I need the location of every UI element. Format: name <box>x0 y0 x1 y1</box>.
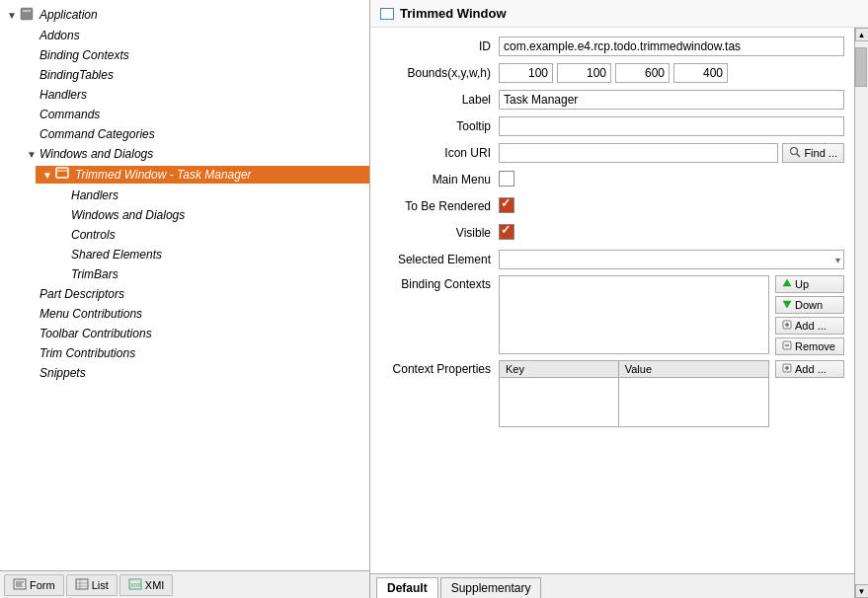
window-icon-selected <box>55 167 71 183</box>
tree-label-trimmed-window: Trimmed Window - Task Manager <box>75 168 252 182</box>
scroll-up-button[interactable]: ▲ <box>855 28 869 41</box>
tree-item-menu-contributions[interactable]: Menu Contributions <box>0 304 369 324</box>
left-panel: ▼ Application Addons <box>0 0 370 598</box>
add-button-1[interactable]: Add ... <box>775 317 844 335</box>
tree-item-part-descriptors[interactable]: Part Descriptors <box>0 284 369 304</box>
bounds-control <box>499 63 844 83</box>
tree-item-windows-dialogs[interactable]: ▼ Windows and Dialogs <box>0 144 369 164</box>
label-input[interactable] <box>499 90 844 110</box>
visible-checkbox[interactable] <box>499 224 514 240</box>
visible-row: Visible <box>380 222 844 244</box>
tree-item-commands[interactable]: Commands <box>0 105 369 124</box>
xmi-tab-label: XMI <box>145 579 165 591</box>
app-icon <box>20 7 36 23</box>
to-be-rendered-checkbox[interactable] <box>499 197 514 213</box>
tooltip-input[interactable] <box>499 116 844 136</box>
scroll-down-button[interactable]: ▼ <box>855 584 869 598</box>
up-button[interactable]: Up <box>775 275 844 293</box>
binding-contexts-row: Binding Contexts Up <box>380 275 844 355</box>
tooltip-row: Tooltip <box>380 115 844 137</box>
id-input[interactable] <box>499 37 844 56</box>
tree-item-addons[interactable]: Addons <box>0 26 369 45</box>
add-button-2[interactable]: Add ... <box>775 360 844 378</box>
icon-uri-label: Icon URI <box>380 146 499 160</box>
main-area: ▼ Application Addons <box>0 0 868 598</box>
cp-key-header: Key <box>500 361 619 378</box>
main-menu-row: Main Menu <box>380 169 844 190</box>
tree-item-tw-trimbars[interactable]: TrimBars <box>0 264 369 284</box>
tab-list[interactable]: List <box>66 574 118 596</box>
tree-item-application[interactable]: ▼ Application <box>0 4 369 26</box>
svg-rect-2 <box>56 168 68 178</box>
tree-label-tw-controls: Controls <box>71 228 116 242</box>
to-be-rendered-control <box>499 197 844 216</box>
svg-rect-1 <box>23 10 31 12</box>
tooltip-label: Tooltip <box>380 119 499 133</box>
tree-label-commands: Commands <box>39 108 100 121</box>
up-button-label: Up <box>795 278 809 290</box>
remove-button[interactable]: Remove <box>775 337 844 355</box>
tree-item-trim-contributions[interactable]: Trim Contributions <box>0 343 369 363</box>
selected-element-select[interactable] <box>499 250 844 269</box>
tree-label-tw-shared: Shared Elements <box>71 248 162 262</box>
bounds-y-input[interactable] <box>557 63 611 83</box>
icon-uri-control: Find ... <box>499 143 844 163</box>
main-menu-checkbox[interactable] <box>499 171 514 187</box>
form-tab-label: Form <box>30 579 55 591</box>
remove-button-label: Remove <box>795 340 835 352</box>
tooltip-control <box>499 116 844 136</box>
remove-icon <box>782 340 792 352</box>
tab-supplementary[interactable]: Supplementary <box>440 577 542 598</box>
id-row: ID <box>380 36 844 57</box>
svg-rect-8 <box>76 579 88 589</box>
tree-item-toolbar-contributions[interactable]: Toolbar Contributions <box>0 324 369 343</box>
tab-default-label: Default <box>387 581 428 595</box>
main-menu-label: Main Menu <box>380 173 499 187</box>
bounds-w-input[interactable] <box>615 63 670 83</box>
selected-element-label: Selected Element <box>380 253 499 266</box>
svg-marker-16 <box>783 279 791 286</box>
tree-item-trimmed-window[interactable]: ▼ Trimmed Window - Task Manager <box>0 164 369 186</box>
tree-arrow-windows: ▼ <box>24 149 39 160</box>
tree-label-tw-windows: Windows and Dialogs <box>71 208 185 222</box>
magnifier-icon <box>789 146 801 160</box>
tree-item-snippets[interactable]: Snippets <box>0 363 369 383</box>
scroll-thumb[interactable] <box>855 47 867 87</box>
selected-element-wrapper <box>499 250 844 269</box>
icon-uri-input[interactable] <box>499 143 778 163</box>
tree-label-application: Application <box>39 8 98 22</box>
context-props-table-wrapper: Key Value <box>499 360 769 427</box>
tree-label-toolbar-contributions: Toolbar Contributions <box>39 327 152 340</box>
tree-item-handlers[interactable]: Handlers <box>0 85 369 105</box>
tree-arrow-application: ▼ <box>4 10 20 21</box>
tree-item-tw-shared[interactable]: Shared Elements <box>0 245 369 264</box>
tab-form[interactable]: Form <box>4 574 64 596</box>
find-button-label: Find ... <box>804 147 837 159</box>
bounds-row: Bounds(x,y,w,h) <box>380 62 844 84</box>
svg-text:xml: xml <box>130 581 141 588</box>
tree-item-binding-tables[interactable]: BindingTables <box>0 65 369 85</box>
bounds-x-input[interactable] <box>499 63 553 83</box>
bounds-h-input[interactable] <box>673 63 728 83</box>
form-tabs: Default Supplementary <box>370 573 854 598</box>
cp-empty-row <box>500 378 769 427</box>
tab-xmi[interactable]: xml XMI <box>119 574 174 596</box>
main-menu-control <box>499 171 844 189</box>
scroll-track[interactable] <box>855 41 868 584</box>
tree-item-tw-handlers[interactable]: Handlers <box>0 186 369 205</box>
tree-item-tw-controls[interactable]: Controls <box>0 225 369 245</box>
context-props-buttons: Add ... <box>775 360 844 378</box>
tree-label-windows-dialogs: Windows and Dialogs <box>39 147 153 161</box>
right-panel: Trimmed Window ID <box>370 0 868 598</box>
tab-supplementary-label: Supplementary <box>451 581 531 595</box>
find-button[interactable]: Find ... <box>782 143 844 163</box>
tab-default[interactable]: Default <box>376 577 438 598</box>
tree-item-command-categories[interactable]: Command Categories <box>0 124 369 144</box>
panel-header-icon <box>380 8 394 20</box>
tree-item-binding-contexts[interactable]: Binding Contexts <box>0 45 369 65</box>
up-arrow-icon <box>782 278 792 290</box>
down-button[interactable]: Down <box>775 296 844 314</box>
binding-contexts-list[interactable] <box>499 275 769 354</box>
add-icon-2 <box>782 363 792 375</box>
tree-item-tw-windows[interactable]: Windows and Dialogs <box>0 205 369 225</box>
